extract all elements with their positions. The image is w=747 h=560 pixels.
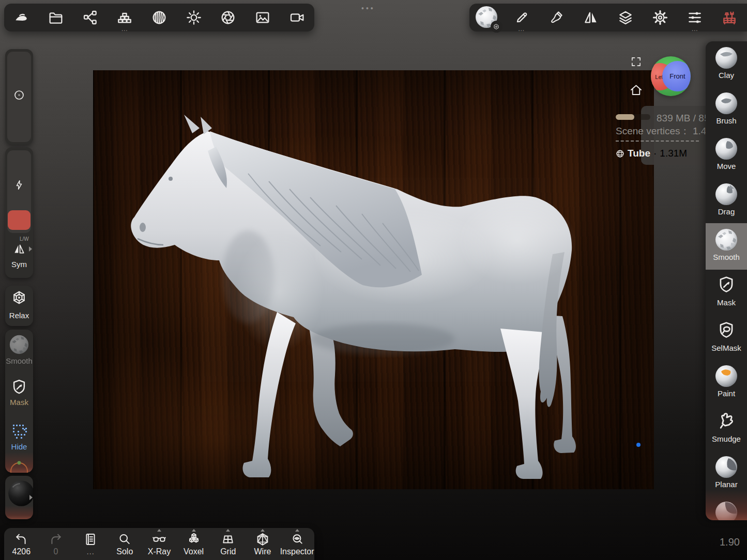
- grid-more-caret: [226, 529, 230, 532]
- intensity-symmetry-card: L/W Sym: [5, 147, 33, 278]
- symmetry-mode-label: L/W: [20, 236, 29, 242]
- wire-button[interactable]: Wire: [247, 532, 279, 559]
- multitask-indicator[interactable]: •••: [361, 4, 375, 12]
- gizmo-tool-icon[interactable]: [9, 459, 29, 473]
- tool-smooth[interactable]: Smooth: [706, 228, 747, 261]
- radius-slider[interactable]: [5, 49, 33, 145]
- planar-label: Planar: [706, 480, 747, 489]
- interface-sliders-button[interactable]: …: [680, 5, 709, 30]
- xray-label: X-Ray: [148, 547, 171, 556]
- drag-tool-icon: [715, 183, 738, 206]
- topology-bricks-icon: [116, 9, 133, 26]
- symmetry-button[interactable]: [576, 5, 605, 30]
- gizmo-front-axis[interactable]: Front: [662, 61, 691, 91]
- lighting-button[interactable]: [179, 5, 208, 30]
- layers-button[interactable]: [611, 5, 640, 30]
- settings-button[interactable]: [646, 5, 675, 30]
- redo-icon: [49, 532, 63, 547]
- layers-icon: [617, 9, 634, 26]
- toolbox-icon: [721, 9, 738, 26]
- tool-move[interactable]: Move: [706, 137, 747, 170]
- matcap-button[interactable]: [145, 5, 174, 30]
- horse-model[interactable]: [93, 70, 654, 489]
- home-view-icon[interactable]: [629, 83, 643, 97]
- material-expand-arrow[interactable]: [29, 495, 33, 500]
- stroke-button[interactable]: …: [507, 5, 536, 30]
- tool-drag[interactable]: Drag: [706, 183, 747, 216]
- files-button[interactable]: [41, 5, 70, 30]
- background-image-button[interactable]: [248, 5, 277, 30]
- redo-button[interactable]: 0: [40, 532, 72, 559]
- mask-shield-icon: [10, 378, 28, 396]
- undo-icon: [14, 532, 28, 547]
- smooth-tool-icon: [715, 228, 738, 251]
- turntable-button[interactable]: [283, 5, 312, 30]
- active-tool-button[interactable]: [472, 5, 501, 30]
- undo-button[interactable]: 4206: [5, 532, 37, 559]
- tool-settings-badge[interactable]: [491, 21, 502, 33]
- folder-icon: [48, 9, 64, 26]
- scene-vertices-label: Scene vertices：: [616, 126, 690, 136]
- xray-button[interactable]: X-Ray: [143, 532, 175, 559]
- hide-dots-icon: [10, 422, 28, 440]
- stroke-more-dots: …: [507, 26, 536, 32]
- tool-planar[interactable]: Planar: [706, 456, 747, 489]
- paint-tool-icon: [715, 365, 738, 387]
- orientation-gizmo[interactable]: Left Front: [651, 56, 691, 96]
- nomad-logo-icon: [13, 9, 29, 26]
- fullscreen-icon[interactable]: [630, 56, 642, 68]
- solo-button[interactable]: Solo: [109, 532, 141, 559]
- smooth-shortcut-label: Smooth: [5, 356, 33, 365]
- tool-selmask[interactable]: SelMask: [706, 320, 747, 352]
- sliders-icon: [687, 9, 703, 26]
- shortcut-smooth[interactable]: Smooth: [5, 335, 33, 365]
- scene-graph-button[interactable]: [76, 5, 105, 30]
- grid-button[interactable]: Grid: [212, 532, 244, 559]
- undo-count: 4206: [12, 547, 31, 556]
- aperture-icon: [220, 9, 236, 26]
- smudge-label: Smudge: [706, 434, 747, 443]
- symmetry-expand-arrow[interactable]: [29, 246, 32, 252]
- object-vertices: 1.31M: [660, 148, 687, 159]
- flatten-tool-icon: [715, 501, 738, 520]
- topology-button[interactable]: …: [110, 5, 139, 30]
- inspector-more-caret: [295, 529, 299, 532]
- inspector-button[interactable]: Inspector: [281, 532, 313, 559]
- voxel-button[interactable]: Voxel: [178, 532, 210, 559]
- object-row[interactable]: Tube · 1.31M: [616, 148, 687, 159]
- relax-button[interactable]: Relax: [5, 286, 33, 326]
- history-more-dots: …: [86, 547, 95, 556]
- grid-icon: [221, 532, 235, 547]
- tool-smudge[interactable]: Smudge: [706, 410, 747, 443]
- material-ball-card[interactable]: [5, 476, 33, 519]
- tool-brush[interactable]: Brush: [706, 92, 747, 125]
- intensity-fill[interactable]: [8, 210, 31, 230]
- postprocess-button[interactable]: [214, 5, 242, 30]
- toolbox-button[interactable]: [715, 5, 744, 30]
- tool-paint[interactable]: Paint: [706, 365, 747, 398]
- smooth-label: Smooth: [706, 253, 747, 261]
- tool-mask[interactable]: Mask: [706, 275, 747, 307]
- relax-label: Relax: [5, 311, 33, 320]
- matcap-sphere-icon: [151, 9, 167, 26]
- sym-icon: [12, 242, 26, 256]
- shortcut-hide[interactable]: Hide: [5, 422, 33, 451]
- memory-bar: [616, 114, 650, 120]
- shortcut-mask[interactable]: Mask: [5, 378, 33, 407]
- voxel-label: Voxel: [184, 547, 204, 556]
- inspector-label: Inspector: [280, 547, 314, 556]
- radius-icon: [13, 89, 25, 101]
- history-button[interactable]: …: [74, 532, 106, 559]
- painting-button[interactable]: [542, 5, 571, 30]
- mask-shortcut-label: Mask: [5, 398, 33, 407]
- tool-clay[interactable]: Clay: [706, 46, 747, 80]
- brush-label: Brush: [706, 116, 747, 125]
- scene-vertices: Scene vertices： 1.42M: [616, 125, 720, 138]
- smooth-sphere-icon: [9, 335, 29, 354]
- nomad-menu-button[interactable]: [7, 5, 36, 30]
- voxel-more-caret: [192, 529, 196, 532]
- tool-flatten-partial[interactable]: [706, 501, 747, 520]
- material-scroll-fade: [5, 506, 33, 519]
- top-right-toolbar: …: [469, 4, 747, 32]
- sculpt-viewport[interactable]: [93, 70, 654, 489]
